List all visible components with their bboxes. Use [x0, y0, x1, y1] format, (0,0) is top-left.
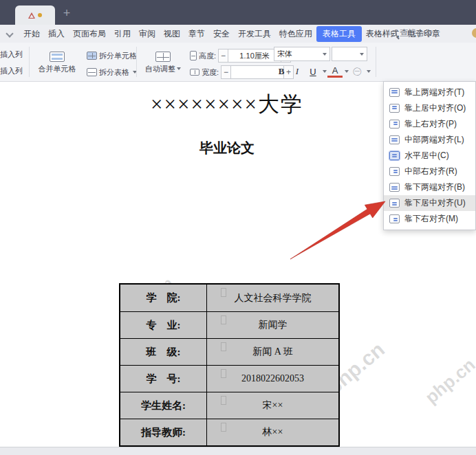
font-name-value: 宋体 — [277, 49, 292, 59]
search-label: 查找命令... — [400, 27, 440, 39]
menu-item-align-bottom-right[interactable]: 靠下右对齐(M) — [384, 211, 475, 227]
menu-table-tools-active[interactable]: 表格工具 — [316, 26, 362, 42]
new-tab-button[interactable]: + — [59, 5, 74, 21]
split-cells-icon — [87, 52, 97, 60]
split-cells-label: 拆分单元格 — [99, 51, 137, 61]
document-tab[interactable] — [15, 5, 55, 25]
titlebar: + — [0, 0, 476, 25]
table-row-label[interactable]: 班 级: — [120, 339, 207, 365]
menu-references[interactable]: 引用 — [110, 26, 135, 42]
height-label: 高度: — [199, 51, 216, 61]
quick-access-chevron-icon[interactable] — [6, 30, 13, 37]
align-mode-dropdown: 靠上两端对齐(T) 靠上居中对齐(O) 靠上右对齐(P) 中部两端对齐(L) 水… — [383, 81, 476, 230]
menu-page-layout[interactable]: 页面布局 — [69, 26, 110, 42]
font-size-combo[interactable] — [332, 47, 367, 61]
table-tools-ribbon: 插入列 插入列 合并单元格 拆分单元格 拆分表格 — [0, 43, 476, 82]
table-row-label[interactable]: 专 业: — [120, 312, 207, 338]
height-minus-button[interactable]: − — [218, 49, 228, 63]
menu-view[interactable]: 视图 — [160, 26, 184, 42]
table-row-value[interactable]: 人文社会科学学院 — [207, 285, 338, 311]
menu-security[interactable]: 安全 — [209, 26, 234, 42]
wps-doc-icon — [28, 12, 35, 19]
chevron-down-icon — [323, 53, 327, 56]
wps-window: + 开始 插入 页面布局 引用 审阅 视图 章节 安全 开发工具 特色应用 表格… — [0, 0, 476, 455]
find-command-search[interactable]: 查找命令... — [391, 27, 440, 39]
table-row: 学 院: 人文社会科学学院 — [120, 285, 338, 311]
merge-cells-icon — [50, 52, 65, 62]
row-resize-handle[interactable] — [221, 396, 226, 405]
row-resize-handle[interactable] — [221, 288, 226, 297]
menu-item-align-top-justify[interactable]: 靠上两端对齐(T) — [384, 85, 475, 100]
width-label: 宽度: — [202, 67, 219, 78]
menu-special-apps[interactable]: 特色应用 — [275, 26, 316, 42]
align-center-icon — [389, 151, 400, 160]
separator — [29, 47, 30, 77]
row-resize-handle[interactable] — [221, 315, 226, 324]
auto-fit-button[interactable]: 自动调整 — [140, 47, 186, 78]
table-row-label[interactable]: 学生姓名: — [120, 392, 207, 419]
page-bottom-edge — [0, 447, 476, 455]
table-row-value[interactable]: 新闻学 — [207, 312, 338, 338]
split-table-icon — [87, 68, 97, 76]
align-middle-justify-icon — [389, 135, 400, 144]
menu-item-label: 靠下两端对齐(B) — [404, 181, 465, 193]
menu-item-label: 靠下右对齐(M) — [404, 213, 458, 225]
insert-column-top-button[interactable]: 插入列 — [0, 46, 26, 63]
italic-button[interactable]: I — [290, 65, 305, 78]
menu-item-label: 中部右对齐(R) — [404, 166, 457, 177]
menu-dev-tools[interactable]: 开发工具 — [234, 26, 275, 42]
menu-item-align-middle-right[interactable]: 中部右对齐(R) — [384, 164, 475, 179]
merge-cells-label: 合并单元格 — [39, 64, 76, 74]
split-table-button[interactable]: 拆分表格 — [87, 64, 137, 80]
align-bottom-center-icon — [389, 199, 400, 208]
table-row-value[interactable]: 2018022602053 — [207, 366, 338, 392]
clear-format-button[interactable]: ㊀ — [349, 65, 365, 78]
menu-item-align-center-selected[interactable]: 水平居中(C) — [384, 148, 475, 164]
notification-icon[interactable] — [472, 28, 476, 38]
table-row: 学 号: 2018022602053 — [120, 365, 338, 392]
menu-section[interactable]: 章节 — [184, 26, 209, 42]
table-row: 学生姓名: 宋×× — [120, 392, 338, 419]
menu-review[interactable]: 审阅 — [135, 26, 160, 42]
table-row-label[interactable]: 指导教师: — [120, 419, 207, 445]
width-minus-button[interactable]: − — [221, 65, 231, 79]
table-row-value[interactable]: 宋×× — [207, 392, 338, 419]
underline-button[interactable]: U — [305, 65, 321, 78]
table-row-label[interactable]: 学 号: — [120, 366, 207, 392]
chevron-down-icon — [345, 70, 349, 73]
menu-item-align-bottom-center-hovered[interactable]: 靠下居中对齐(U) — [384, 195, 475, 211]
align-top-justify-icon — [389, 88, 400, 97]
align-middle-right-icon — [389, 167, 400, 176]
format-group: B I U A ㊀ — [274, 63, 371, 80]
row-resize-handle[interactable] — [221, 369, 226, 378]
info-table[interactable]: 学 院: 人文社会科学学院 专 业: 新闻学 班 级: 新闻 A 班 学 号: … — [119, 283, 340, 447]
menu-home[interactable]: 开始 — [19, 26, 44, 42]
insert-column-bottom-button[interactable]: 插入列 — [0, 63, 26, 79]
row-resize-handle[interactable] — [221, 342, 226, 351]
bold-button[interactable]: B — [274, 65, 289, 78]
split-cells-button[interactable]: 拆分单元格 — [87, 47, 137, 64]
chevron-down-icon — [367, 70, 371, 73]
table-row: 班 级: 新闻 A 班 — [120, 338, 338, 365]
menu-item-align-top-right[interactable]: 靠上右对齐(P) — [384, 116, 475, 132]
row-resize-handle[interactable] — [221, 423, 226, 432]
table-row-label[interactable]: 学 院: — [120, 285, 207, 311]
menu-item-align-bottom-justify[interactable]: 靠下两端对齐(B) — [384, 179, 475, 195]
table-row-value[interactable]: 新闻 A 班 — [207, 339, 338, 365]
chevron-down-icon — [177, 67, 181, 70]
menu-item-align-middle-justify[interactable]: 中部两端对齐(L) — [384, 132, 475, 148]
auto-fit-icon — [155, 52, 171, 62]
row-height-icon — [190, 51, 197, 60]
menu-insert[interactable]: 插入 — [44, 26, 69, 42]
search-icon — [391, 30, 397, 36]
align-bottom-justify-icon — [389, 183, 400, 192]
height-value-field[interactable]: 1.10厘米 — [228, 49, 281, 63]
font-color-button[interactable]: A — [327, 66, 343, 78]
menu-item-label: 靠上两端对齐(T) — [404, 87, 464, 98]
merge-cells-button[interactable]: 合并单元格 — [32, 47, 83, 78]
table-row: 专 业: 新闻学 — [120, 311, 338, 338]
font-name-combo[interactable]: 宋体 — [274, 47, 330, 61]
menu-item-align-top-center[interactable]: 靠上居中对齐(O) — [384, 100, 475, 116]
table-row-value[interactable]: 林×× — [207, 419, 338, 445]
unsaved-dot-icon — [38, 13, 42, 17]
